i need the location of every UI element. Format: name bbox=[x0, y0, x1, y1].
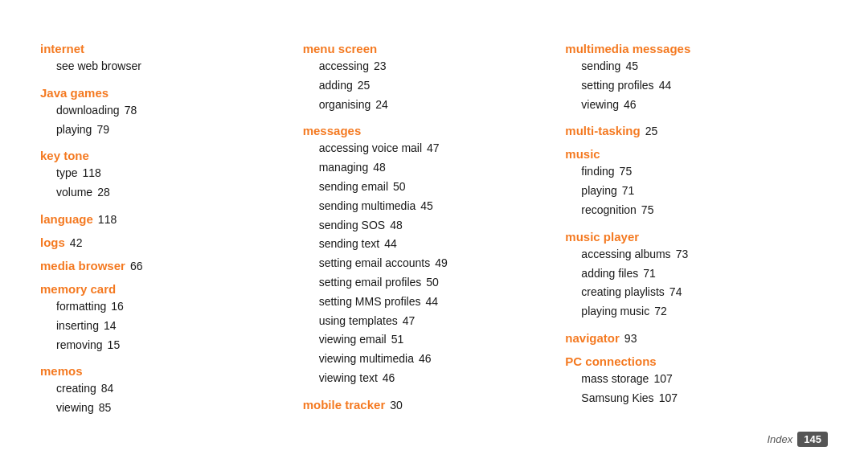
sub-item-1-1-11: viewing multimedia46 bbox=[303, 350, 550, 369]
sub-item-text: playing bbox=[581, 182, 616, 201]
sub-item-text: sending text bbox=[319, 235, 380, 254]
sub-item-2-5-0: mass storage107 bbox=[565, 370, 812, 389]
entry-heading-2-1: multi-tasking25 bbox=[565, 124, 812, 137]
sub-item-text: recognition bbox=[581, 201, 637, 220]
heading-text: PC connections bbox=[565, 354, 656, 368]
sub-item-1-1-4: sending SOS48 bbox=[303, 216, 550, 236]
sub-item-page: 28 bbox=[97, 183, 110, 203]
sub-item-0-1-1: playing79 bbox=[40, 121, 287, 140]
sub-item-2-5-1: Samsung Kies107 bbox=[565, 389, 812, 408]
sub-item-page: 46 bbox=[624, 96, 637, 115]
sub-item-text: finding bbox=[581, 162, 614, 182]
sub-item-2-0-0: sending45 bbox=[565, 57, 812, 76]
sub-item-2-0-1: setting profiles44 bbox=[565, 76, 812, 96]
heading-text: music bbox=[565, 147, 600, 161]
sub-item-text: setting profiles bbox=[581, 76, 653, 96]
heading-page: 66 bbox=[130, 260, 143, 272]
sub-item-text: viewing multimedia bbox=[319, 350, 414, 369]
sub-item-page: 79 bbox=[96, 121, 109, 140]
entry-heading-1-2: mobile tracker30 bbox=[303, 398, 550, 412]
sub-item-page: 46 bbox=[383, 369, 395, 388]
heading-text: internet bbox=[40, 42, 84, 55]
heading-text: mobile tracker bbox=[303, 398, 386, 412]
sub-item-page: 24 bbox=[375, 96, 388, 115]
sub-item-page: 50 bbox=[393, 178, 406, 197]
heading-text: messages bbox=[303, 124, 362, 137]
heading-text: menu screen bbox=[303, 42, 378, 55]
sub-item-page: 71 bbox=[643, 264, 656, 284]
sub-item-page: 44 bbox=[426, 293, 439, 312]
sub-item-page: 48 bbox=[373, 158, 386, 178]
heading-text: media browser bbox=[40, 259, 125, 272]
sub-item-page: 45 bbox=[625, 57, 638, 76]
sub-item-0-7-1: viewing85 bbox=[40, 399, 287, 418]
heading-page: 42 bbox=[70, 236, 83, 249]
sub-item-0-6-0: formatting16 bbox=[40, 297, 287, 317]
sub-item-page: 107 bbox=[653, 370, 672, 389]
sub-item-0-6-1: inserting14 bbox=[40, 317, 287, 336]
sub-item-2-2-2: recognition75 bbox=[565, 201, 812, 220]
sub-item-text: inserting bbox=[56, 317, 99, 336]
sub-item-2-0-2: viewing46 bbox=[565, 96, 812, 115]
entry-heading-2-3: music player bbox=[565, 230, 812, 244]
column-2: menu screenaccessing23adding25organising… bbox=[303, 32, 566, 424]
sub-item-text: creating bbox=[56, 379, 96, 399]
sub-item-0-2-1: volume28 bbox=[40, 183, 287, 203]
sub-item-page: 72 bbox=[654, 302, 667, 322]
sub-item-page: 23 bbox=[374, 57, 387, 76]
sub-item-text: see web browser bbox=[56, 57, 141, 76]
entry-heading-0-7: memos bbox=[40, 364, 287, 378]
sub-item-page: 74 bbox=[669, 283, 682, 302]
sub-item-1-1-10: viewing email51 bbox=[303, 330, 550, 350]
heading-page: 118 bbox=[98, 213, 117, 226]
sub-item-page: 47 bbox=[403, 312, 416, 331]
sub-item-0-7-0: creating84 bbox=[40, 379, 287, 399]
column-1: internetsee web browserJava gamesdownloa… bbox=[40, 32, 303, 424]
sub-item-text: playing bbox=[56, 121, 92, 140]
entry-heading-0-2: key tone bbox=[40, 149, 287, 162]
sub-item-page: 16 bbox=[111, 297, 124, 317]
heading-text: memory card bbox=[40, 282, 116, 296]
sub-item-text: sending bbox=[581, 57, 620, 76]
sub-item-page: 118 bbox=[82, 164, 100, 183]
sub-item-0-0-0: see web browser bbox=[40, 57, 287, 76]
sub-item-1-1-12: viewing text46 bbox=[303, 369, 550, 388]
sub-item-text: creating playlists bbox=[581, 283, 665, 302]
sub-item-text: sending multimedia bbox=[319, 197, 416, 216]
sub-item-0-6-2: removing15 bbox=[40, 336, 287, 355]
entry-heading-0-3: language118 bbox=[40, 212, 287, 226]
sub-item-text: mass storage bbox=[581, 370, 649, 389]
sub-item-page: 51 bbox=[391, 330, 404, 350]
sub-item-page: 47 bbox=[427, 139, 440, 158]
sub-item-2-3-3: playing music72 bbox=[565, 302, 812, 322]
sub-item-text: setting email profiles bbox=[319, 273, 422, 293]
sub-item-text: adding bbox=[319, 76, 353, 96]
sub-item-page: 14 bbox=[104, 317, 117, 336]
sub-item-1-1-6: setting email accounts49 bbox=[303, 254, 550, 273]
sub-item-text: type bbox=[56, 164, 77, 183]
sub-item-text: viewing text bbox=[319, 369, 378, 388]
sub-item-text: removing bbox=[56, 336, 103, 355]
sub-item-text: sending email bbox=[319, 178, 388, 197]
entry-heading-1-1: messages bbox=[303, 124, 550, 137]
heading-page: 25 bbox=[645, 125, 658, 137]
sub-item-text: using templates bbox=[319, 312, 398, 331]
sub-item-text: playing music bbox=[581, 302, 649, 322]
sub-item-text: organising bbox=[319, 96, 371, 115]
sub-item-page: 15 bbox=[108, 336, 121, 355]
sub-item-text: managing bbox=[319, 158, 369, 178]
sub-item-text: accessing voice mail bbox=[319, 139, 422, 158]
sub-item-text: sending SOS bbox=[319, 216, 386, 236]
sub-item-page: 107 bbox=[659, 389, 678, 408]
sub-item-page: 50 bbox=[426, 273, 439, 293]
sub-item-2-3-1: adding files71 bbox=[565, 264, 812, 284]
sub-item-1-0-2: organising24 bbox=[303, 96, 550, 115]
sub-item-0-1-0: downloading78 bbox=[40, 101, 287, 121]
sub-item-text: setting email accounts bbox=[319, 254, 431, 273]
heading-text: Java games bbox=[40, 86, 108, 100]
page: internetsee web browserJava gamesdownloa… bbox=[0, 0, 868, 471]
heading-text: multimedia messages bbox=[565, 42, 690, 55]
sub-item-page: 44 bbox=[659, 76, 672, 96]
entry-heading-0-0: internet bbox=[40, 42, 287, 55]
sub-item-page: 85 bbox=[99, 399, 112, 418]
